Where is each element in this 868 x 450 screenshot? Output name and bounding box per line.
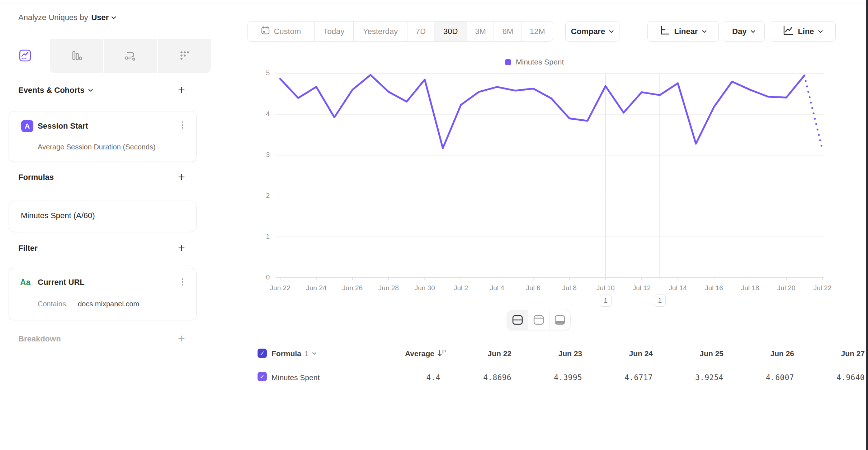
- bottom-panel-icon: [554, 315, 566, 325]
- x-axis-tick: Jul 12: [622, 284, 661, 292]
- analyze-uniques-value: User: [91, 13, 109, 22]
- filter-operator[interactable]: Contains: [38, 300, 66, 308]
- interval-label: Day: [732, 27, 746, 36]
- add-event-button[interactable]: +: [178, 84, 185, 95]
- date-range-label: 7D: [416, 27, 426, 36]
- scale-button[interactable]: Linear: [647, 21, 719, 42]
- calendar-icon: [261, 26, 270, 37]
- add-breakdown-button[interactable]: +: [178, 333, 185, 344]
- row-checkbox[interactable]: ✓: [258, 372, 267, 381]
- analyze-uniques-selector[interactable]: User: [91, 13, 116, 22]
- event-menu-button[interactable]: [180, 120, 185, 130]
- tab-bar-chart[interactable]: [50, 39, 103, 73]
- filter-title: Filter: [18, 244, 38, 253]
- legend-swatch: [505, 59, 511, 65]
- select-all-checkbox[interactable]: ✓: [258, 349, 267, 358]
- filter-card[interactable]: Aa Current URL Contains docs.mixpanel.co…: [9, 268, 197, 320]
- date-range-12m[interactable]: 12M: [522, 21, 553, 41]
- table-cell-value: 4.3995: [522, 373, 592, 382]
- x-axis-tick: Jul 8: [549, 284, 589, 292]
- date-range-label: 12M: [530, 27, 545, 36]
- event-aggregation[interactable]: Average Session Duration (Seconds): [38, 143, 156, 151]
- layout-table-only-button[interactable]: [549, 310, 570, 330]
- table-cell-value: 4.9640: [804, 373, 868, 382]
- formula-header-index: 1: [305, 349, 309, 358]
- chevron-down-icon: [751, 30, 755, 33]
- x-axis-tick: Jun 28: [369, 284, 408, 292]
- annotation-badge[interactable]: 1: [600, 295, 612, 307]
- table-row-divider: [247, 386, 866, 386]
- formula-card[interactable]: Minutes Spent (A/60): [9, 201, 197, 232]
- layout-chart-only-button[interactable]: [528, 310, 549, 330]
- y-axis-tick: 1: [247, 233, 270, 240]
- x-axis-tick: Jul 22: [803, 284, 842, 292]
- y-axis-tick: 2: [247, 192, 270, 200]
- annotation-badge[interactable]: 1: [654, 295, 666, 307]
- breakdown-title: Breakdown: [18, 334, 61, 344]
- filter-value[interactable]: docs.mixpanel.com: [78, 300, 139, 308]
- table-cell-value: 3.9254: [663, 373, 733, 382]
- inactive-tabs: [50, 39, 211, 73]
- date-column-header: Jun 27: [804, 349, 868, 358]
- y-axis-tick: 5: [247, 69, 270, 77]
- top-panel-icon: [533, 315, 545, 325]
- grid-icon: [179, 50, 190, 63]
- legend-item[interactable]: Minutes Spent: [505, 58, 564, 66]
- x-axis-tick: Jul 6: [514, 284, 553, 292]
- event-card[interactable]: A Session Start Average Session Duration…: [9, 111, 197, 162]
- tab-flow[interactable]: [103, 39, 157, 73]
- formulas-header: Formulas: [18, 173, 54, 182]
- add-filter-button[interactable]: +: [178, 242, 185, 253]
- x-axis-tick: Jul 16: [694, 284, 734, 292]
- compare-button[interactable]: Compare: [565, 21, 619, 42]
- bar-chart-icon: [70, 50, 82, 63]
- tab-line-chart[interactable]: [0, 39, 50, 73]
- y-axis-tick: 4: [247, 110, 270, 118]
- chevron-down-icon: [111, 16, 116, 19]
- table-cell-value: 4.8696: [451, 373, 522, 382]
- date-range-7d[interactable]: 7D: [407, 21, 434, 41]
- text-property-icon: Aa: [20, 278, 30, 287]
- date-range-today[interactable]: Today: [314, 21, 354, 41]
- average-value: 4.4: [369, 373, 440, 382]
- average-column-header[interactable]: Average: [359, 349, 434, 358]
- filter-menu-button[interactable]: [180, 277, 185, 287]
- events-cohorts-header: Events & Cohorts: [18, 86, 93, 95]
- date-range-yesterday[interactable]: Yesterday: [353, 21, 407, 41]
- date-range-3m[interactable]: 3M: [467, 21, 494, 41]
- chevron-down-icon: [312, 352, 316, 355]
- x-axis-tick: Jul 2: [441, 284, 481, 292]
- add-formula-button[interactable]: +: [178, 171, 185, 182]
- x-axis-tick: Jul 18: [730, 284, 770, 292]
- sidebar-divider: [211, 4, 211, 450]
- date-range-custom[interactable]: Custom: [248, 21, 314, 41]
- x-axis-tick: Jul 4: [477, 284, 517, 292]
- date-range-label: 3M: [475, 27, 486, 36]
- table-row-label: Minutes Spent: [272, 373, 320, 382]
- tab-grid[interactable]: [157, 39, 211, 73]
- y-axis-tick: 0: [247, 273, 270, 281]
- line-type-icon: [783, 25, 794, 38]
- formula-column-header[interactable]: Formula 1: [272, 349, 316, 358]
- line-chart-icon: [19, 49, 32, 63]
- date-column-header: Jun 25: [663, 349, 733, 358]
- date-range-30d[interactable]: 30D: [434, 21, 467, 41]
- event-title: Session Start: [38, 121, 88, 131]
- chevron-down-icon[interactable]: [88, 89, 93, 92]
- event-letter-badge: A: [21, 120, 33, 132]
- y-axis-tick: 3: [247, 151, 270, 159]
- x-axis-tick: Jun 24: [297, 284, 336, 292]
- interval-button[interactable]: Day: [723, 21, 765, 42]
- top-border: [0, 4, 868, 4]
- layout-split-button[interactable]: [507, 310, 528, 330]
- chevron-down-icon: [702, 30, 707, 33]
- date-range-label: Today: [324, 27, 345, 36]
- flow-icon: [124, 50, 137, 63]
- sort-icon[interactable]: [437, 348, 447, 360]
- scale-label: Linear: [674, 27, 698, 36]
- date-range-label: 30D: [443, 27, 458, 36]
- date-range-6m[interactable]: 6M: [494, 21, 522, 41]
- chart-type-button[interactable]: Line: [770, 21, 836, 42]
- table-header-divider: [247, 363, 866, 363]
- date-range-label: Yesterday: [363, 27, 398, 36]
